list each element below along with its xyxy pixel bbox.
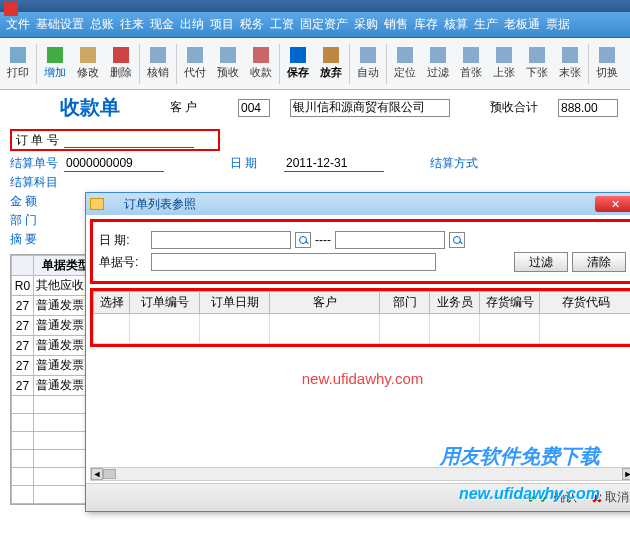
url-watermark: new.ufidawhy.com [459, 485, 600, 503]
date-label: 日 期 [230, 155, 278, 172]
menu-file[interactable]: 文件 [6, 16, 30, 33]
pay-button[interactable]: 代付 [179, 41, 211, 87]
audit-button[interactable]: 核销 [142, 41, 174, 87]
col-stockcode[interactable]: 存货代码 [540, 292, 631, 314]
dialog-title: 订单列表参照 [104, 196, 595, 213]
col-orderdate[interactable]: 订单日期 [200, 292, 270, 314]
menu-accounting[interactable]: 核算 [444, 16, 468, 33]
col-orderno[interactable]: 订单编号 [130, 292, 200, 314]
dialog-result-grid: 选择 订单编号 订单日期 客户 部门 业务员 存货编号 存货代码 [90, 288, 630, 347]
order-no-highlight: 订 单 号 [10, 129, 220, 151]
filter-date-label: 日 期: [99, 232, 147, 249]
lookup-icon[interactable] [449, 232, 465, 248]
page-title: 收款单 [60, 94, 120, 121]
menu-fa[interactable]: 固定资产 [300, 16, 348, 33]
menu-cashier[interactable]: 出纳 [180, 16, 204, 33]
clear-filter-button[interactable]: 清除 [572, 252, 626, 272]
prev-button[interactable]: 上张 [488, 41, 520, 87]
col-stockno[interactable]: 存货编号 [480, 292, 540, 314]
save-button[interactable]: 保存 [282, 41, 314, 87]
scroll-left-icon[interactable]: ◄ [91, 468, 103, 480]
lookup-icon[interactable] [295, 232, 311, 248]
menu-production[interactable]: 生产 [474, 16, 498, 33]
col-customer[interactable]: 客户 [270, 292, 380, 314]
menu-bill[interactable]: 票据 [546, 16, 570, 33]
filter-docno-input[interactable] [151, 253, 436, 271]
menu-cash[interactable]: 现金 [150, 16, 174, 33]
amount-label: 金 额 [10, 193, 58, 210]
date-input[interactable] [284, 156, 384, 172]
switch-button[interactable]: 切换 [591, 41, 623, 87]
folder-icon [90, 198, 104, 210]
close-button[interactable]: ✕ [595, 196, 630, 212]
watermark-text: new.ufidawhy.com [302, 370, 423, 387]
orderno-label: 订 单 号 [16, 132, 64, 149]
last-button[interactable]: 末张 [554, 41, 586, 87]
menu-base[interactable]: 基础设置 [36, 16, 84, 33]
edit-button[interactable]: 修改 [72, 41, 104, 87]
next-button[interactable]: 下张 [521, 41, 553, 87]
locate-button[interactable]: 定位 [389, 41, 421, 87]
pretotal-input[interactable] [558, 99, 618, 117]
dept-label: 部 门 [10, 212, 58, 229]
toolbar: 打印 增加 修改 删除 核销 代付 预收 收款 保存 放弃 自动 定位 过滤 首… [0, 38, 630, 90]
apply-filter-button[interactable]: 过滤 [514, 252, 568, 272]
print-button[interactable]: 打印 [2, 41, 34, 87]
menu-boss[interactable]: 老板通 [504, 16, 540, 33]
menu-project[interactable]: 项目 [210, 16, 234, 33]
filter-docno-label: 单据号: [99, 254, 147, 271]
menu-purchase[interactable]: 采购 [354, 16, 378, 33]
grid-header-num [12, 256, 34, 276]
col-select[interactable]: 选择 [94, 292, 130, 314]
add-button[interactable]: 增加 [39, 41, 71, 87]
brand-watermark: 用友软件免费下载 [440, 443, 600, 470]
menu-gl[interactable]: 总账 [90, 16, 114, 33]
table-row[interactable] [94, 314, 631, 344]
scroll-thumb[interactable] [103, 469, 116, 479]
filter-date-to[interactable] [335, 231, 445, 249]
col-dept[interactable]: 部门 [380, 292, 430, 314]
prepay-button[interactable]: 预收 [212, 41, 244, 87]
delete-button[interactable]: 删除 [105, 41, 137, 87]
auto-button[interactable]: 自动 [352, 41, 384, 87]
pretotal-label: 预收合计 [490, 99, 538, 116]
app-icon [4, 2, 18, 16]
customer-code-input[interactable] [238, 99, 270, 117]
receipt-button[interactable]: 收款 [245, 41, 277, 87]
first-button[interactable]: 首张 [455, 41, 487, 87]
settlemethod-label: 结算方式 [430, 155, 478, 172]
menu-sales[interactable]: 销售 [384, 16, 408, 33]
settleacct-label: 结算科目 [10, 174, 58, 191]
col-person[interactable]: 业务员 [430, 292, 480, 314]
discard-button[interactable]: 放弃 [315, 41, 347, 87]
main-menu: 文件 基础设置 总账 往来 现金 出纳 项目 税务 工资 固定资产 采购 销售 … [0, 12, 630, 38]
settleno-label: 结算单号 [10, 155, 58, 172]
settleno-input[interactable] [64, 156, 164, 172]
memo-label: 摘 要 [10, 231, 58, 248]
menu-salary[interactable]: 工资 [270, 16, 294, 33]
dialog-filter-area: 日 期: ---- 单据号: 过滤 清除 [90, 219, 630, 284]
orderno-input[interactable] [64, 132, 194, 148]
customer-name-input[interactable] [290, 99, 450, 117]
menu-arap[interactable]: 往来 [120, 16, 144, 33]
menu-stock[interactable]: 库存 [414, 16, 438, 33]
menu-tax[interactable]: 税务 [240, 16, 264, 33]
filter-date-from[interactable] [151, 231, 291, 249]
customer-label: 客 户 [170, 99, 218, 116]
filter-button[interactable]: 过滤 [422, 41, 454, 87]
dash-separator: ---- [315, 233, 331, 247]
scroll-right-icon[interactable]: ► [622, 468, 630, 480]
